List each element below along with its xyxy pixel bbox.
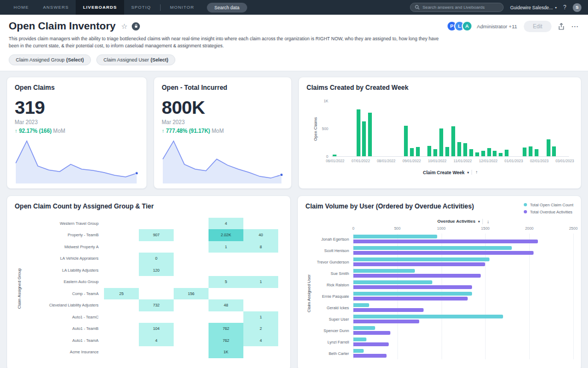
bar-open-claim-count[interactable] <box>353 269 415 273</box>
filter-claim-assigned-group[interactable]: Claim Assigned Group (Select) <box>9 54 91 65</box>
bar[interactable] <box>475 152 479 156</box>
bar[interactable] <box>463 143 467 156</box>
nav-item-spotiq[interactable]: SPOTIQ <box>124 0 158 15</box>
share-icon[interactable] <box>558 23 565 30</box>
nav-item-monitor[interactable]: MONITOR <box>163 0 201 15</box>
bar[interactable] <box>523 148 526 156</box>
chevron-down-icon[interactable]: ▾ <box>478 219 480 223</box>
heatmap-cell[interactable]: 1 <box>209 241 243 253</box>
sort-ascending-icon[interactable]: ↑ <box>471 170 477 175</box>
bar[interactable] <box>416 147 420 156</box>
bar[interactable] <box>362 121 366 156</box>
bar[interactable] <box>439 128 443 156</box>
search-data-button[interactable]: Search data <box>207 3 247 13</box>
heatmap-cell[interactable]: 2.02K <box>209 229 243 241</box>
bar-open-claim-count[interactable] <box>353 257 489 261</box>
heatmap-cell[interactable]: 25 <box>104 288 139 300</box>
legend-item-overdue-activities[interactable]: Total Overdue Activities <box>524 210 573 214</box>
heatmap-cell[interactable]: 1 <box>243 311 278 323</box>
bar[interactable] <box>469 149 473 156</box>
chevron-down-icon[interactable]: ▾ <box>467 170 469 174</box>
heatmap-row: Cleveland Liability Adjusters73248 <box>23 299 283 311</box>
filter-claim-assigned-user[interactable]: Claim Assigned User (Select) <box>96 54 175 65</box>
bar-open-claim-count[interactable] <box>353 235 437 238</box>
bar[interactable] <box>410 148 414 156</box>
bar-overdue-activities[interactable] <box>353 285 472 289</box>
heatmap-cell[interactable]: 732 <box>139 299 174 311</box>
bar[interactable] <box>368 113 372 156</box>
sort-descending-icon[interactable]: ↓ <box>482 219 489 224</box>
bar[interactable] <box>445 147 449 156</box>
nav-item-liveboards[interactable]: LIVEBOARDS <box>76 0 124 15</box>
more-options-icon[interactable]: ⋯ <box>571 22 579 30</box>
bar-overdue-activities[interactable] <box>353 320 419 323</box>
bar[interactable] <box>552 146 556 156</box>
heatmap-cell[interactable]: 1 <box>243 276 278 288</box>
bar[interactable] <box>493 151 497 156</box>
administrator-label[interactable]: Administrator +11 <box>477 23 517 29</box>
bar[interactable] <box>481 151 485 156</box>
heatmap-cell[interactable]: 4 <box>243 335 278 347</box>
bar[interactable] <box>499 153 503 156</box>
bar[interactable] <box>404 126 408 156</box>
heatmap-cell[interactable]: 48 <box>209 299 243 311</box>
heatmap-cell[interactable]: 762 <box>209 335 243 347</box>
legend-dot <box>524 203 527 206</box>
org-selector-dropdown[interactable]: Guidewire Salesde... ▾ <box>510 5 556 10</box>
bar-open-claim-count[interactable] <box>353 326 375 330</box>
nav-item-answers[interactable]: ANSWERS <box>36 0 76 15</box>
bar-overdue-activities[interactable] <box>353 354 387 358</box>
bar-overdue-activities[interactable] <box>353 308 424 312</box>
sparkline-chart[interactable] <box>14 137 140 184</box>
heatmap-cell[interactable]: 8 <box>243 241 278 253</box>
bar-overdue-activities[interactable] <box>353 240 538 243</box>
heatmap-cell[interactable]: 120 <box>139 265 174 277</box>
bar[interactable] <box>529 146 532 156</box>
heatmap-cell[interactable]: 4 <box>139 335 174 347</box>
bar[interactable] <box>333 155 336 156</box>
bar-open-claim-count[interactable] <box>353 338 366 341</box>
heatmap-cell[interactable]: 0 <box>139 253 174 265</box>
heatmap-cell[interactable]: 40 <box>243 229 278 241</box>
bar-overdue-activities[interactable] <box>353 274 481 278</box>
bar-open-claim-count[interactable] <box>353 315 503 318</box>
favorite-star-icon[interactable]: ☆ <box>121 22 127 30</box>
heatmap-cell[interactable]: 2 <box>243 323 278 335</box>
bar-overdue-activities[interactable] <box>353 342 389 346</box>
bar-overdue-activities[interactable] <box>353 331 390 335</box>
sparkline-chart[interactable] <box>161 137 285 184</box>
bar[interactable] <box>505 150 509 156</box>
edit-button[interactable]: Edit <box>524 21 552 32</box>
bar[interactable] <box>357 109 360 156</box>
bar[interactable] <box>487 148 491 156</box>
collaborator-avatar[interactable]: A <box>462 21 473 32</box>
bar[interactable] <box>547 139 550 156</box>
bar-overdue-activities[interactable] <box>353 297 468 300</box>
heatmap-cell[interactable]: 104 <box>139 323 174 335</box>
bar[interactable] <box>535 149 538 156</box>
bar[interactable] <box>427 146 431 156</box>
bar-open-claim-count[interactable] <box>353 303 369 307</box>
bar-overdue-activities[interactable] <box>353 262 485 266</box>
heatmap-cell[interactable]: 762 <box>209 323 243 335</box>
bar-open-claim-count[interactable] <box>353 349 364 353</box>
user-avatar[interactable]: S <box>573 3 581 12</box>
bar-open-claim-count[interactable] <box>353 292 472 296</box>
bar[interactable] <box>457 142 461 156</box>
sort-field-label[interactable]: Overdue Activities <box>437 219 475 224</box>
heatmap-cell[interactable]: 4 <box>209 218 243 230</box>
x-axis-label[interactable]: Claim Create Week <box>423 170 464 175</box>
heatmap-cell[interactable]: 5 <box>209 276 243 288</box>
bar-overdue-activities[interactable] <box>353 251 534 255</box>
heatmap-cell[interactable]: 907 <box>139 229 174 241</box>
bar[interactable] <box>451 126 455 156</box>
legend-item-open-claim-count[interactable]: Total Open Claim Count <box>524 203 573 207</box>
bar[interactable] <box>433 149 437 156</box>
nav-item-home[interactable]: HOME <box>7 0 36 15</box>
heatmap-cell[interactable]: 1K <box>209 346 243 358</box>
bar-open-claim-count[interactable] <box>353 246 512 250</box>
help-button[interactable]: ? <box>563 4 566 10</box>
global-search-input[interactable]: Search answers and Liveboards <box>410 3 504 12</box>
bar-open-claim-count[interactable] <box>353 280 432 284</box>
heatmap-cell[interactable]: 156 <box>174 288 209 300</box>
